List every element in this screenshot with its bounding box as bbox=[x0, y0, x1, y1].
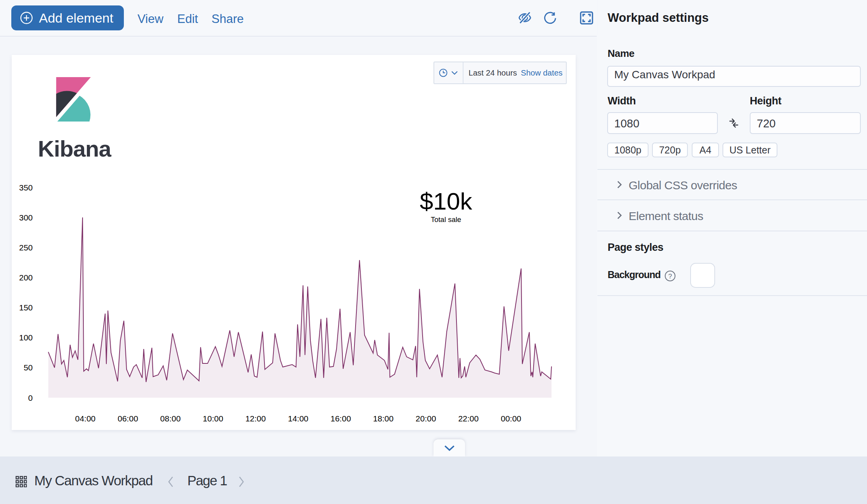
svg-text:18:00: 18:00 bbox=[373, 414, 394, 423]
svg-text:?: ? bbox=[668, 272, 672, 280]
svg-text:22:00: 22:00 bbox=[458, 414, 479, 423]
svg-text:300: 300 bbox=[19, 213, 33, 222]
svg-text:0: 0 bbox=[28, 393, 33, 402]
svg-text:150: 150 bbox=[19, 303, 33, 312]
svg-text:50: 50 bbox=[24, 363, 33, 372]
svg-text:20:00: 20:00 bbox=[416, 414, 436, 423]
svg-text:200: 200 bbox=[19, 273, 33, 282]
svg-text:10:00: 10:00 bbox=[203, 414, 224, 423]
svg-text:08:00: 08:00 bbox=[160, 414, 181, 423]
svg-text:250: 250 bbox=[19, 243, 33, 252]
svg-text:100: 100 bbox=[19, 333, 33, 342]
svg-text:06:00: 06:00 bbox=[118, 414, 138, 423]
svg-text:12:00: 12:00 bbox=[245, 414, 266, 423]
svg-text:04:00: 04:00 bbox=[75, 414, 96, 423]
svg-text:14:00: 14:00 bbox=[288, 414, 308, 423]
svg-text:350: 350 bbox=[19, 183, 33, 192]
svg-text:16:00: 16:00 bbox=[331, 414, 351, 423]
svg-text:00:00: 00:00 bbox=[501, 414, 522, 423]
